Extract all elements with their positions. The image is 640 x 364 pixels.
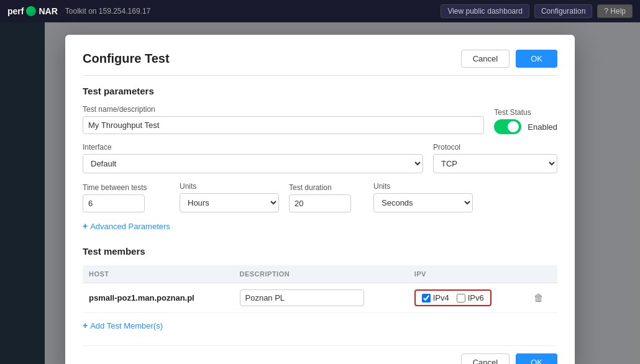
form-row-3: Time between tests Units Hours Minutes S… <box>83 182 557 212</box>
units-1-group: Units Hours Minutes Seconds <box>180 182 279 212</box>
modal-footer: Cancel OK <box>83 345 557 364</box>
test-members-title: Test members <box>83 246 557 257</box>
protocol-label: Protocol <box>433 143 557 152</box>
test-status-text: Enabled <box>528 122 557 132</box>
test-duration-input[interactable] <box>289 194 351 212</box>
units-2-select[interactable]: Seconds Minutes Hours <box>373 193 473 212</box>
members-table-header: HOST DESCRIPTION IPV <box>83 265 557 283</box>
configure-test-modal: Configure Test Cancel OK Test parameters… <box>65 35 575 364</box>
test-name-label: Test name/description <box>83 105 484 114</box>
test-status-row: Enabled <box>494 119 557 134</box>
col-host: HOST <box>83 265 234 283</box>
protocol-group: Protocol TCP UDP <box>433 143 557 173</box>
interface-group: Interface Default eth0 eth1 <box>83 143 423 173</box>
toggle-slider <box>494 119 521 134</box>
units-2-group: Units Seconds Minutes Hours <box>373 182 473 212</box>
members-table: HOST DESCRIPTION IPV psmall-poz1.man.poz… <box>83 265 557 313</box>
ipv4-checkbox[interactable] <box>422 294 431 303</box>
table-row: psmall-poz1.man.poznan.pl <box>83 283 557 313</box>
topbar-subtitle: Toolkit on 159.254.169.17 <box>65 7 150 16</box>
footer-ok-button[interactable]: OK <box>516 353 557 364</box>
ipv-container: IPv4 IPv6 <box>414 289 516 306</box>
background-page: Configure Test Cancel OK Test parameters… <box>0 22 640 364</box>
delete-row-button[interactable]: 🗑 <box>534 293 544 303</box>
add-plus-icon: + <box>83 321 88 330</box>
test-status-label: Test Status <box>494 108 557 117</box>
test-parameters-title: Test parameters <box>83 86 557 96</box>
logo: perfNAR <box>7 6 58 16</box>
col-ipv: IPV <box>408 265 523 283</box>
ipv6-label: IPv6 <box>468 293 484 303</box>
modal-title: Configure Test <box>83 52 170 66</box>
units-2-label: Units <box>373 182 473 191</box>
interface-label: Interface <box>83 143 423 152</box>
ipv-cell: IPv4 IPv6 <box>408 283 523 313</box>
header-ok-button[interactable]: OK <box>516 50 557 68</box>
test-name-input[interactable] <box>83 116 484 134</box>
col-description: DESCRIPTION <box>234 265 408 283</box>
time-between-group: Time between tests <box>83 183 170 212</box>
modal-header-buttons: Cancel OK <box>461 50 557 68</box>
time-between-label: Time between tests <box>83 183 170 192</box>
configuration-button[interactable]: Configuration <box>534 4 592 18</box>
test-parameters-section: Test parameters Test name/description Te… <box>83 86 557 241</box>
interface-select[interactable]: Default eth0 eth1 <box>83 154 423 173</box>
plus-icon: + <box>83 221 88 231</box>
units-1-select[interactable]: Hours Minutes Seconds <box>180 193 279 212</box>
modal-header: Configure Test Cancel OK <box>83 50 557 76</box>
advanced-parameters-link[interactable]: + Advanced Parameters <box>83 221 170 231</box>
test-duration-group: Test duration <box>289 183 363 212</box>
test-name-group: Test name/description <box>83 105 484 134</box>
view-dashboard-button[interactable]: View public dashboard <box>441 4 529 18</box>
test-duration-label: Test duration <box>289 183 363 192</box>
protocol-select[interactable]: TCP UDP <box>433 154 557 173</box>
advanced-parameters-label: Advanced Parameters <box>90 222 170 231</box>
description-cell <box>234 283 408 313</box>
ipv4-item: IPv4 <box>422 293 449 303</box>
units-1-label: Units <box>180 182 279 191</box>
add-member-link[interactable]: + Add Test Member(s) <box>83 321 163 330</box>
ipv-box: IPv4 IPv6 <box>414 289 491 306</box>
host-name: psmall-poz1.man.poznan.pl <box>89 293 194 303</box>
ipv6-checkbox[interactable] <box>457 294 465 303</box>
test-members-section: Test members HOST DESCRIPTION IPV <box>83 246 557 340</box>
modal-overlay: Configure Test Cancel OK Test parameters… <box>0 22 640 364</box>
test-status-group: Test Status Enabled <box>494 108 557 134</box>
host-cell: psmall-poz1.man.poznan.pl <box>83 283 234 313</box>
test-status-toggle[interactable] <box>494 119 521 134</box>
delete-cell: 🗑 <box>523 283 557 313</box>
members-table-body: psmall-poz1.man.poznan.pl <box>83 283 557 313</box>
ipv4-label: IPv4 <box>433 293 449 303</box>
topbar: perfNAR Toolkit on 159.254.169.17 View p… <box>0 0 640 22</box>
form-row-1: Test name/description Test Status Enable… <box>83 105 557 134</box>
header-cancel-button[interactable]: Cancel <box>461 50 510 68</box>
form-row-2: Interface Default eth0 eth1 Protocol TCP… <box>83 143 557 173</box>
add-member-label: Add Test Member(s) <box>90 321 163 330</box>
topbar-right-buttons: View public dashboard Configuration ? He… <box>441 4 633 18</box>
description-input[interactable] <box>240 289 364 306</box>
col-actions <box>523 265 557 283</box>
time-between-input[interactable] <box>83 194 145 212</box>
help-button[interactable]: ? Help <box>597 4 633 18</box>
footer-cancel-button[interactable]: Cancel <box>461 353 510 364</box>
ipv6-item: IPv6 <box>457 293 484 303</box>
